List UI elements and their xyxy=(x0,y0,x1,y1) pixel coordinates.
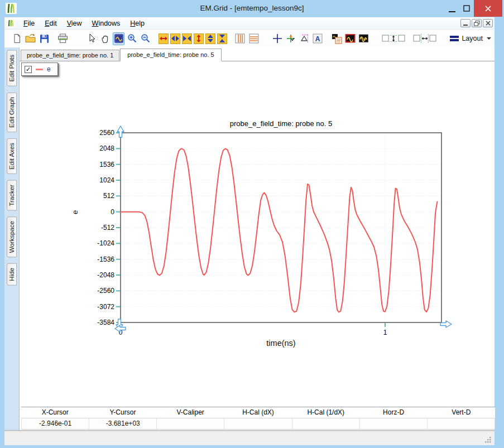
zoom-out-button[interactable] xyxy=(140,32,152,45)
curve-window-button[interactable] xyxy=(344,32,356,45)
print-button[interactable] xyxy=(57,32,69,45)
legend-line-sample xyxy=(36,69,43,70)
menu-edit[interactable]: Edit xyxy=(40,17,62,30)
y-axis-label: e xyxy=(71,210,79,214)
document-tabbar: probe_e_field_time: probe no. 1probe_e_f… xyxy=(20,47,495,61)
select-cursor-icon xyxy=(87,33,96,44)
chart-plot-area[interactable]: 25602048153610245120-512-1024-1536-2048-… xyxy=(73,120,453,343)
new-file-button[interactable] xyxy=(11,32,23,45)
y-tick-label: -1536 xyxy=(97,256,114,263)
y-tick-label: -512 xyxy=(101,224,114,232)
link-x-axes-button[interactable] xyxy=(412,32,437,45)
cursor-column-header: Horz-D xyxy=(359,407,427,418)
select-cursor-button[interactable] xyxy=(86,32,98,45)
menu-view[interactable]: View xyxy=(62,17,87,30)
sidebar-tab-tracker[interactable]: Tracker xyxy=(7,180,17,211)
tracker-button[interactable] xyxy=(285,32,296,45)
sidebar-tab-edit-graph[interactable]: Edit Graph xyxy=(7,93,17,132)
y-tick-label: -2560 xyxy=(97,287,114,295)
maximize-button[interactable] xyxy=(459,0,474,17)
save-button[interactable] xyxy=(39,32,50,45)
curves-window-icon xyxy=(358,33,369,44)
y-tick-label: 2048 xyxy=(99,144,114,152)
expand-x-icon xyxy=(171,34,180,43)
zoom-out-icon xyxy=(141,33,151,44)
y-tick-label: -3072 xyxy=(97,303,114,311)
shrink-y-button[interactable] xyxy=(217,33,227,44)
status-bar xyxy=(4,430,495,445)
text-annotation-button[interactable]: A xyxy=(312,32,324,45)
pan-button[interactable] xyxy=(99,32,111,45)
toolbar: A Layout xyxy=(4,30,495,48)
delta-marker-button[interactable] xyxy=(299,32,310,45)
stretch-x-button[interactable] xyxy=(159,33,169,44)
stretch-y-button[interactable] xyxy=(194,33,204,44)
crosshair-button[interactable] xyxy=(271,32,283,45)
sidebar-tab-edit-axes[interactable]: Edit Axes xyxy=(7,138,17,174)
menu-help[interactable]: Help xyxy=(125,17,150,30)
layout-icon xyxy=(450,36,459,41)
sidebar-tab-hide[interactable]: Hide xyxy=(7,263,17,286)
legend-box[interactable]: ✓ e xyxy=(21,62,58,76)
titlebar[interactable]: EM.Grid - [emtempo_lesson9c] xyxy=(0,0,504,17)
expand-y-button[interactable] xyxy=(205,33,215,44)
crosshair-icon xyxy=(272,33,282,44)
mdi-minimize-icon xyxy=(463,25,468,26)
menu-windows[interactable]: Windows xyxy=(87,17,126,30)
cursor-value-cell xyxy=(428,418,495,429)
cursor-value-cell: -2.946e-01 xyxy=(22,418,89,429)
shrink-x-button[interactable] xyxy=(182,33,192,44)
cursor-column-header: X-Cursor xyxy=(21,407,89,418)
zoom-to-box-button[interactable] xyxy=(113,32,124,45)
expand-y-icon xyxy=(206,34,215,43)
mdi-minimize-button[interactable] xyxy=(460,19,471,27)
cursor-value-cell xyxy=(360,418,428,429)
y-axis-top-arrow[interactable] xyxy=(117,126,124,137)
expand-x-button[interactable] xyxy=(170,33,180,44)
minimize-button[interactable] xyxy=(445,0,459,17)
cursor-column-header: Y-Cursor xyxy=(89,407,156,418)
maximize-icon xyxy=(463,5,470,12)
document-tab[interactable]: probe_e_field_time: probe no. 5 xyxy=(120,49,221,61)
y-tick-label: -2048 xyxy=(97,271,114,279)
cursor-readout-table: X-CursorY-CursorV-CaliperH-Cal (dX)H-Cal… xyxy=(21,407,495,430)
menu-file[interactable]: File xyxy=(18,17,40,30)
legend-series-label: e xyxy=(47,65,51,73)
shrink-x-icon xyxy=(183,34,191,43)
vertical-gridlines-icon xyxy=(235,33,245,44)
link-x-axes-icon xyxy=(413,33,436,44)
series-curve-e xyxy=(121,149,437,312)
resize-grip[interactable] xyxy=(484,436,491,443)
zoom-in-button[interactable] xyxy=(126,32,138,45)
mdi-restore-button[interactable] xyxy=(472,19,482,27)
app-icon-small xyxy=(7,19,15,27)
zoom-to-box-icon xyxy=(114,33,124,44)
close-icon xyxy=(484,5,492,12)
document-tab[interactable]: probe_e_field_time: probe no. 1 xyxy=(21,50,119,61)
x-axis-label: time(ns) xyxy=(121,339,441,348)
horizontal-gridlines-icon xyxy=(249,33,259,44)
open-file-button[interactable] xyxy=(25,32,36,45)
link-y-axes-icon xyxy=(382,33,405,44)
y-tick-label: 1536 xyxy=(99,161,114,168)
legend-checkbox[interactable]: ✓ xyxy=(25,66,32,73)
shrink-y-icon xyxy=(218,34,227,43)
save-icon xyxy=(40,34,49,44)
open-folder-icon xyxy=(25,33,36,44)
sidebar-tab-edit-plots[interactable]: Edit Plots xyxy=(7,50,17,86)
x-axis-left-arrow[interactable] xyxy=(115,325,126,332)
layout-dropdown-button[interactable]: Layout xyxy=(447,33,495,44)
sidebar-tab-workspace[interactable]: Workspace xyxy=(7,216,17,257)
stretch-y-icon xyxy=(194,34,203,43)
close-button[interactable] xyxy=(474,0,502,17)
cursor-value-cell xyxy=(224,418,292,429)
cursor-column-header: H-Cal (1/dX) xyxy=(292,407,359,418)
legend-button[interactable] xyxy=(330,32,342,45)
mdi-close-button[interactable] xyxy=(483,19,493,27)
curves-window-button[interactable] xyxy=(358,32,369,45)
y-tick-label: 1024 xyxy=(99,176,114,184)
horizontal-gridlines-button[interactable] xyxy=(248,32,260,45)
vertical-gridlines-button[interactable] xyxy=(234,32,246,45)
link-y-axes-button[interactable] xyxy=(381,32,406,45)
legend-icon xyxy=(332,33,342,44)
